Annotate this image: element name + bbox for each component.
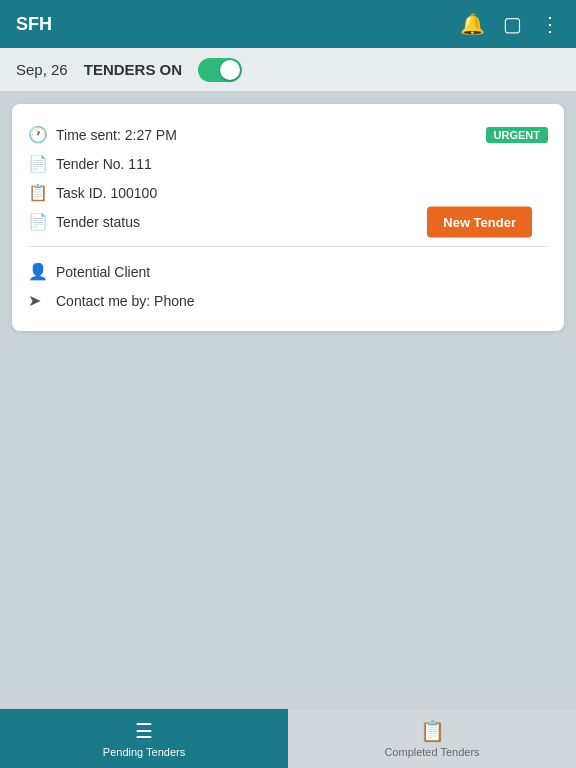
status-icon: 📄 — [28, 212, 56, 231]
tenders-on-label: TENDERS ON — [84, 61, 182, 78]
sub-header: Sep, 26 TENDERS ON — [0, 48, 576, 92]
main-content: 🕐 Time sent: 2:27 PM URGENT 📄 Tender No.… — [0, 92, 576, 708]
tenders-toggle[interactable] — [198, 58, 242, 82]
person-icon: 👤 — [28, 262, 56, 281]
task-id-text: Task ID. 100100 — [56, 185, 548, 201]
more-menu-icon[interactable]: ⋮ — [540, 12, 560, 36]
toggle-thumb — [220, 60, 240, 80]
completed-label: Completed Tenders — [384, 746, 479, 758]
pending-icon: ☰ — [135, 719, 153, 743]
document-icon: 📄 — [28, 154, 56, 173]
potential-client-text: Potential Client — [56, 264, 548, 280]
tender-status-row: 📄 Tender status New Tender — [28, 207, 548, 236]
completed-icon: 📋 — [420, 719, 445, 743]
task-icon: 📋 — [28, 183, 56, 202]
app-header: SFH 🔔 ▢ ⋮ — [0, 0, 576, 48]
location-icon: ➤ — [28, 291, 56, 310]
date-label: Sep, 26 — [16, 61, 68, 78]
contact-text: Contact me by: Phone — [56, 293, 548, 309]
bell-icon[interactable]: 🔔 — [460, 12, 485, 36]
tab-completed-tenders[interactable]: 📋 Completed Tenders — [288, 709, 576, 768]
urgent-badge: URGENT — [486, 127, 548, 143]
tender-card: 🕐 Time sent: 2:27 PM URGENT 📄 Tender No.… — [12, 104, 564, 331]
calendar-icon[interactable]: ▢ — [503, 12, 522, 36]
time-sent-text: Time sent: 2:27 PM — [56, 127, 478, 143]
tender-no-row: 📄 Tender No. 111 — [28, 149, 548, 178]
tender-no-text: Tender No. 111 — [56, 156, 548, 172]
bottom-tab-bar: ☰ Pending Tenders 📋 Completed Tenders — [0, 708, 576, 768]
potential-client-row: 👤 Potential Client — [28, 257, 548, 286]
time-sent-row: 🕐 Time sent: 2:27 PM URGENT — [28, 120, 548, 149]
clock-icon: 🕐 — [28, 125, 56, 144]
card-divider — [28, 246, 548, 247]
new-tender-button[interactable]: New Tender — [427, 206, 532, 237]
app-title: SFH — [16, 14, 460, 35]
header-icons: 🔔 ▢ ⋮ — [460, 12, 560, 36]
task-id-row: 📋 Task ID. 100100 — [28, 178, 548, 207]
pending-label: Pending Tenders — [103, 746, 185, 758]
contact-row: ➤ Contact me by: Phone — [28, 286, 548, 315]
toggle-track — [198, 58, 242, 82]
tab-pending-tenders[interactable]: ☰ Pending Tenders — [0, 709, 288, 768]
